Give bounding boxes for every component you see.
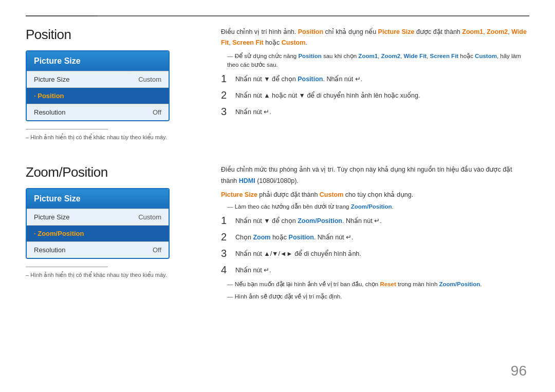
position-step-3-num: 3 (221, 105, 229, 118)
zoom-step-2-highlight1: Zoom (253, 234, 270, 241)
position-intro-highlight3: Zoom1 (462, 28, 483, 35)
zoom-note-text: – Hình ảnh hiển thị có thể khác nhau tùy… (26, 271, 195, 279)
zoom-step-1-text: Nhấn nút ▼ để chọn Zoom/Position. Nhấn n… (235, 214, 382, 226)
zoom-footer-reset: Reset (380, 281, 396, 287)
page-container: Position Picture Size Picture Size Custo… (0, 0, 555, 392)
position-sub-note: Để sử dụng chức năng Position sau khi ch… (221, 52, 529, 70)
top-divider (26, 15, 529, 16)
zoom-step-1-highlight: Zoom/Position (298, 217, 342, 225)
position-picture-size-panel: Picture Size Picture Size Custom Positio… (26, 50, 170, 121)
zoom-note-divider (26, 267, 108, 267)
zoom-step-1-num: 1 (221, 214, 229, 227)
zoom-row-label-picturesize: Picture Size (34, 213, 69, 221)
position-row-value-resolution: Off (153, 108, 161, 116)
zoom-intro: Điều chỉnh mức thu phóng ảnh và vị trí. … (221, 164, 529, 186)
zoom-row-value-resolution: Off (153, 246, 161, 254)
page-number: 96 (511, 363, 527, 379)
position-step-1-highlight: Position (298, 76, 323, 83)
zoom-footer-zoompos: Zoom/Position (439, 281, 480, 287)
zoom-step-2-num: 2 (221, 231, 229, 243)
zoom-step-2-text: Chọn Zoom hoặc Position. Nhấn nút ↵. (235, 231, 354, 242)
position-note-text: – Hình ảnh hiển thị có thể khác nhau tùy… (26, 134, 195, 141)
position-panel-header: Picture Size (27, 51, 169, 71)
zoom-step-3-num: 3 (221, 247, 229, 259)
zoom-intro-hdmi: HDMI (239, 177, 255, 184)
position-sub-note-highlight4: Wide Fit (404, 53, 427, 59)
position-sub-note-highlight3: Zoom2 (381, 53, 400, 59)
position-intro-highlight7: Custom (282, 39, 306, 46)
position-sub-note-highlight6: Custom (475, 53, 497, 59)
position-panel-row-resolution[interactable]: Resolution Off (27, 104, 169, 120)
position-intro-highlight1: Position (298, 28, 323, 35)
position-row-value-picturesize: Custom (138, 76, 161, 83)
zoom-step-2: 2 Chọn Zoom hoặc Position. Nhấn nút ↵. (221, 231, 529, 243)
zoom-intro-picture-size: Picture Size (221, 191, 257, 198)
position-title: Position (26, 27, 195, 43)
position-intro-highlight4: Zoom2 (487, 28, 508, 35)
position-step-2: 2 Nhấn nút ▲ hoặc nút ▼ để di chuyển hìn… (221, 89, 529, 101)
zoom-row-value-picturesize: Custom (138, 213, 161, 221)
zoom-left-panel: Zoom/Position Picture Size Picture Size … (26, 164, 195, 304)
zoom-panel-row-zoom[interactable]: Zoom/Position (27, 225, 169, 241)
position-sub-note-highlight5: Screen Fit (430, 53, 459, 59)
zoom-intro-custom: Custom (320, 191, 344, 198)
position-step-2-num: 2 (221, 89, 229, 101)
position-intro: Điều chỉnh vị trí hình ảnh. Position chỉ… (221, 27, 529, 49)
zoom-row-label-zoom: Zoom/Position (34, 230, 84, 237)
zoom-instructions: Điều chỉnh mức thu phóng ảnh và vị trí. … (221, 164, 529, 304)
position-step-1: 1 Nhấn nút ▼ để chọn Position. Nhấn nút … (221, 72, 529, 85)
zoom-step-3: 3 Nhấn nút ▲/▼/◄► để di chuyển hình ảnh. (221, 247, 529, 259)
position-section: Position Picture Size Picture Size Custo… (26, 27, 529, 141)
zoom-sub-note-highlight: Zoom/Position (351, 203, 392, 210)
position-intro-highlight2: Picture Size (378, 28, 415, 35)
position-step-2-text: Nhấn nút ▲ hoặc nút ▼ để di chuyển hình … (235, 89, 420, 101)
zoom-position-section: Zoom/Position Picture Size Picture Size … (26, 164, 529, 304)
zoom-step-3-text: Nhấn nút ▲/▼/◄► để di chuyển hình ảnh. (235, 247, 361, 259)
position-step-1-num: 1 (221, 72, 229, 85)
zoom-step-4-text: Nhấn nút ↵. (235, 264, 271, 275)
zoom-row-label-resolution: Resolution (34, 246, 65, 254)
zoom-intro-line2: Picture Size phải được đặt thành Custom … (221, 190, 529, 200)
position-step-3-text: Nhấn nút ↵. (235, 105, 271, 117)
position-step-1-text: Nhấn nút ▼ để chọn Position. Nhấn nút ↵. (235, 72, 362, 84)
zoom-panel-row-resolution[interactable]: Resolution Off (27, 241, 169, 258)
zoom-footer-note2: Hình ảnh sẽ được đặt về vị trí mặc định. (221, 292, 529, 301)
zoom-panel-row-picturesize[interactable]: Picture Size Custom (27, 209, 169, 225)
position-row-label-position: Position (34, 92, 64, 100)
zoom-step-4: 4 Nhấn nút ↵. (221, 264, 529, 276)
position-note-divider (26, 129, 108, 129)
zoom-step-2-highlight2: Position (289, 234, 314, 241)
position-instructions: Điều chỉnh vị trí hình ảnh. Position chỉ… (221, 27, 529, 141)
zoom-step-4-num: 4 (221, 264, 229, 276)
zoom-sub-note: Làm theo các hướng dẫn bên dưới từ trang… (221, 202, 529, 211)
zoom-footer-note1: Nếu bạn muốn đặt lại hình ảnh về vị trí … (221, 280, 529, 289)
zoom-title: Zoom/Position (26, 164, 195, 180)
position-intro-highlight6: Screen Fit (232, 39, 263, 46)
position-left-panel: Position Picture Size Picture Size Custo… (26, 27, 195, 141)
position-sub-note-highlight2: Zoom1 (358, 53, 378, 59)
position-step-3: 3 Nhấn nút ↵. (221, 105, 529, 118)
position-panel-row-position[interactable]: Position (27, 87, 169, 104)
zoom-panel-header: Picture Size (27, 189, 169, 209)
position-row-label-resolution: Resolution (34, 108, 65, 116)
position-panel-row-picturesize[interactable]: Picture Size Custom (27, 71, 169, 87)
zoom-step-1: 1 Nhấn nút ▼ để chọn Zoom/Position. Nhấn… (221, 214, 529, 227)
position-row-label-picturesize: Picture Size (34, 76, 69, 83)
position-sub-note-highlight1: Position (298, 53, 321, 59)
zoom-picture-size-panel: Picture Size Picture Size Custom Zoom/Po… (26, 188, 170, 259)
